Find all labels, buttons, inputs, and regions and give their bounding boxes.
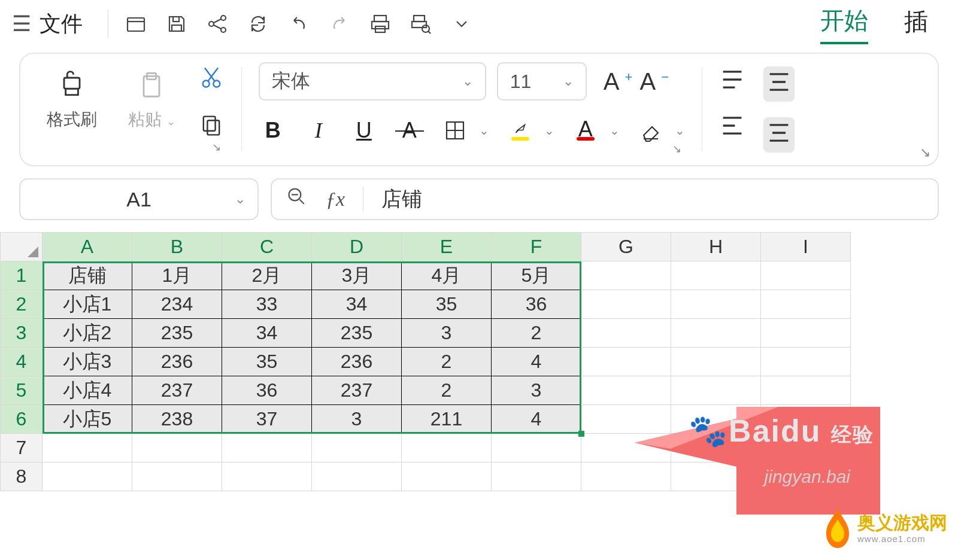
cell[interactable]: 37 <box>222 405 312 434</box>
font-color-button[interactable]: A <box>571 116 600 145</box>
column-header[interactable]: F <box>492 233 581 261</box>
cell[interactable]: 237 <box>312 376 402 405</box>
row-header[interactable]: 6 <box>1 405 43 434</box>
cell[interactable]: 4 <box>492 405 581 434</box>
eraser-button[interactable] <box>636 116 665 145</box>
cell[interactable]: 3月 <box>312 261 402 290</box>
cell[interactable]: 238 <box>132 405 222 434</box>
cell[interactable]: 235 <box>312 319 402 348</box>
align-left-icon[interactable] <box>719 112 745 143</box>
cell[interactable]: 1月 <box>132 261 222 290</box>
cell[interactable]: 小店2 <box>43 319 132 348</box>
redo-icon[interactable] <box>324 8 355 39</box>
cell[interactable]: 3 <box>492 376 581 405</box>
column-header[interactable]: A <box>43 233 132 261</box>
cell[interactable] <box>761 261 851 290</box>
cell[interactable] <box>761 376 851 405</box>
cell[interactable]: 34 <box>222 319 312 348</box>
cell[interactable]: 2 <box>402 348 492 376</box>
font-expand-icon[interactable]: ↘ <box>672 142 681 156</box>
cell[interactable] <box>581 290 671 319</box>
row-header[interactable]: 2 <box>1 290 43 319</box>
dropdown-icon[interactable] <box>446 8 477 39</box>
cell[interactable] <box>581 319 671 348</box>
formula-bar[interactable]: ƒx 店铺 <box>271 178 939 220</box>
column-header[interactable]: H <box>671 233 761 261</box>
cell[interactable]: 2月 <box>222 261 312 290</box>
row-header[interactable]: 8 <box>1 462 43 491</box>
open-icon[interactable] <box>120 8 151 39</box>
cell[interactable] <box>492 462 581 491</box>
fx-icon[interactable]: ƒx <box>326 188 345 211</box>
cell[interactable] <box>222 462 312 491</box>
ribbon-expand-icon[interactable]: ↘ <box>920 145 930 160</box>
cell[interactable] <box>312 462 402 491</box>
select-all-corner[interactable] <box>1 233 43 261</box>
cell[interactable]: 4 <box>492 348 581 376</box>
cell[interactable] <box>581 348 671 376</box>
cell[interactable] <box>671 348 761 376</box>
row-header[interactable]: 1 <box>1 261 43 290</box>
chevron-down-icon[interactable]: ⌄ <box>610 123 620 138</box>
row-header[interactable]: 3 <box>1 319 43 348</box>
copy-icon[interactable] <box>198 112 225 143</box>
print-icon[interactable] <box>365 8 396 39</box>
cell[interactable] <box>671 376 761 405</box>
row-header[interactable]: 5 <box>1 376 43 405</box>
align-middle-icon[interactable] <box>763 66 795 102</box>
cell[interactable]: 小店5 <box>43 405 132 434</box>
cell[interactable] <box>761 290 851 319</box>
save-icon[interactable] <box>161 8 192 39</box>
row-header[interactable]: 4 <box>1 348 43 376</box>
italic-button[interactable]: I <box>304 116 333 145</box>
cell[interactable]: 小店4 <box>43 376 132 405</box>
sync-icon[interactable] <box>242 8 274 39</box>
cell[interactable]: 236 <box>132 348 222 376</box>
align-top-icon[interactable] <box>719 66 745 97</box>
cell[interactable] <box>402 434 492 462</box>
cell[interactable]: 36 <box>492 290 581 319</box>
font-name-select[interactable]: 宋体 ⌄ <box>259 62 486 101</box>
underline-button[interactable]: U <box>350 116 378 145</box>
cell[interactable]: 235 <box>132 319 222 348</box>
chevron-down-icon[interactable]: ⌄ <box>479 123 489 138</box>
chevron-down-icon[interactable]: ⌄ <box>544 123 554 138</box>
name-box[interactable]: A1 ⌄ <box>19 178 259 220</box>
column-header[interactable]: G <box>581 233 671 261</box>
share-icon[interactable] <box>202 8 233 39</box>
cell[interactable] <box>132 462 222 491</box>
cell[interactable]: 2 <box>402 376 492 405</box>
borders-button[interactable] <box>441 116 469 145</box>
cell[interactable] <box>581 261 671 290</box>
cell[interactable] <box>671 319 761 348</box>
cell[interactable] <box>222 434 312 462</box>
column-header[interactable]: E <box>402 233 492 261</box>
cell[interactable] <box>402 462 492 491</box>
tab-insert[interactable]: 插 <box>904 5 928 43</box>
cell[interactable]: 小店3 <box>43 348 132 376</box>
cell[interactable]: 5月 <box>492 261 581 290</box>
cell[interactable]: 36 <box>222 376 312 405</box>
format-painter-button[interactable]: 格式刷 <box>38 64 105 137</box>
tab-start[interactable]: 开始 <box>820 4 868 44</box>
column-header[interactable]: I <box>761 233 851 261</box>
cell[interactable]: 35 <box>402 290 492 319</box>
cell[interactable] <box>761 348 851 376</box>
cell[interactable]: 2 <box>492 319 581 348</box>
cell[interactable] <box>43 434 132 462</box>
column-header[interactable]: C <box>222 233 312 261</box>
cell[interactable]: 店铺 <box>43 261 132 290</box>
increase-font-button[interactable]: A+ <box>598 68 623 95</box>
print-preview-icon[interactable] <box>405 8 436 39</box>
cell[interactable] <box>581 376 671 405</box>
highlight-button[interactable] <box>506 116 535 145</box>
column-header[interactable]: D <box>312 233 402 261</box>
cell[interactable]: 33 <box>222 290 312 319</box>
font-size-select[interactable]: 11 ⌄ <box>497 62 587 101</box>
strikethrough-button[interactable]: A <box>395 116 424 145</box>
cell[interactable]: 211 <box>402 405 492 434</box>
cell[interactable] <box>312 434 402 462</box>
cell[interactable]: 34 <box>312 290 402 319</box>
cell[interactable]: 234 <box>132 290 222 319</box>
chevron-down-icon[interactable]: ⌄ <box>675 123 685 138</box>
